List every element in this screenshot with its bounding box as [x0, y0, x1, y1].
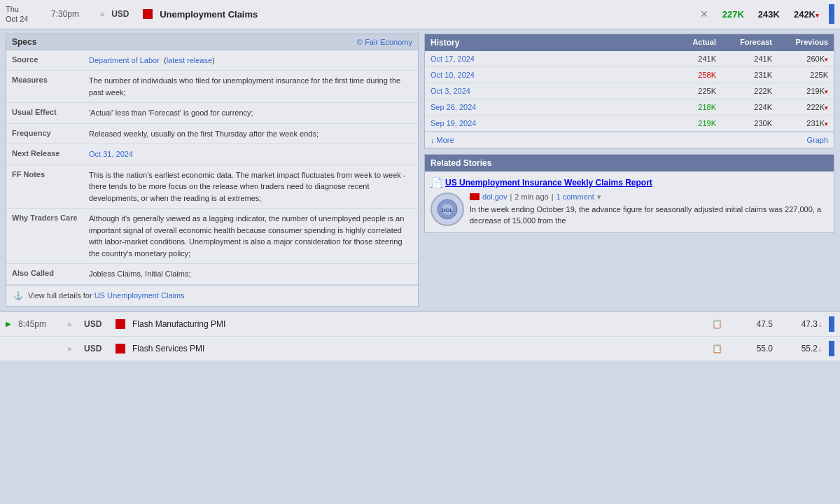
bottom-row-0: ▶ 8:45pm » USD Flash Manufacturing PMI 📋…: [0, 312, 840, 337]
right-bar-0: [829, 316, 834, 332]
history-date-link-1[interactable]: Oct 10, 2024: [430, 71, 475, 79]
history-row-2: Oct 3, 2024 225K 222K 219K▾: [425, 83, 834, 99]
prev-down-icon-3: ▾: [825, 104, 828, 111]
impact-indicator-1: [115, 344, 125, 354]
bottom-arrow-1: »: [67, 344, 77, 353]
history-panel: History Actual Forecast Previous Oct 17,…: [424, 34, 834, 148]
history-actual-3: 218K: [660, 103, 716, 111]
forecast-value: 243K: [758, 9, 780, 20]
right-accent-bar: [829, 4, 834, 24]
main-content: Specs © Fair Economy Source Department o…: [0, 29, 840, 311]
specs-title: Specs: [12, 37, 36, 47]
history-title: History: [430, 38, 660, 48]
graph-link[interactable]: Graph: [806, 136, 828, 144]
right-panel: History Actual Forecast Previous Oct 17,…: [424, 34, 834, 307]
anchor-icon: ⚓: [13, 291, 23, 300]
val3-arrow-1: ↓: [818, 345, 822, 353]
specs-row-source: Source Department of Labor (latest relea…: [6, 50, 418, 71]
impact-indicator: [143, 9, 153, 19]
history-previous-4: 231K▾: [772, 119, 828, 127]
specs-label-next-release: Next Release: [12, 148, 89, 158]
calendar-icon-0: 📋: [710, 319, 724, 329]
history-row-0: Oct 17, 2024 241K 241K 260K▾: [425, 51, 834, 67]
history-row-1: Oct 10, 2024 258K 231K 225K: [425, 67, 834, 83]
previous-value: 242K▾: [794, 9, 819, 20]
bottom-events: ▶ 8:45pm » USD Flash Manufacturing PMI 📋…: [0, 311, 840, 361]
article-title-link[interactable]: US Unemployment Insurance Weekly Claims …: [445, 178, 652, 188]
svg-text:DOL: DOL: [442, 207, 454, 214]
history-previous-header: Previous: [772, 38, 828, 48]
history-actual-0: 241K: [660, 55, 716, 63]
comment-link[interactable]: 1 comment: [556, 192, 594, 201]
event-date: Thu Oct 24: [6, 4, 44, 24]
specs-row-also-called: Also Called Jobless Claims, Initial Clai…: [6, 264, 418, 285]
bottom-arrow-0: »: [67, 320, 77, 328]
source-link[interactable]: Department of Labor: [89, 56, 160, 64]
specs-label-frequency: Frequency: [12, 128, 89, 137]
specs-value-frequency: Released weekly, usually on the first Th…: [89, 128, 412, 140]
history-row-4: Sep 19, 2024 219K 230K 231K▾: [425, 115, 834, 132]
specs-label-source: Source: [12, 55, 89, 64]
specs-label-why-traders-care: Why Traders Care: [12, 213, 89, 222]
history-date-link-2[interactable]: Oct 3, 2024: [430, 87, 470, 95]
related-article-title[interactable]: 📄 US Unemployment Insurance Weekly Claim…: [430, 177, 828, 188]
specs-value-also-called: Jobless Claims, Initial Claims;: [89, 268, 412, 280]
related-header: Related Stories: [425, 155, 834, 172]
history-header: History Actual Forecast Previous: [425, 34, 834, 51]
event-header-row: Thu Oct 24 7:30pm » USD Unemployment Cla…: [0, 0, 840, 29]
specs-label-usual-effect: Usual Effect: [12, 107, 89, 116]
specs-value-why-traders-care: Although it's generally viewed as a lagg…: [89, 213, 412, 259]
history-actual-2: 225K: [660, 87, 716, 95]
event-currency: USD: [111, 9, 136, 19]
history-footer: ↓ More Graph: [425, 132, 834, 148]
dol-logo-icon: DOL: [437, 199, 458, 220]
history-previous-2: 219K▾: [772, 87, 828, 95]
history-previous-3: 222K▾: [772, 103, 828, 111]
history-previous-0: 260K▾: [772, 55, 828, 63]
more-link[interactable]: ↓ More: [430, 136, 454, 144]
bottom-val3-0: 47.3↓: [780, 319, 822, 329]
specs-row-frequency: Frequency Released weekly, usually on th…: [6, 124, 418, 145]
expand-arrow-icon[interactable]: »: [100, 10, 104, 18]
bottom-row-1: ▶ » USD Flash Services PMI 📋 55.0 55.2↓: [0, 337, 840, 361]
specs-label-measures: Measures: [12, 75, 89, 84]
history-forecast-3: 224K: [716, 103, 772, 111]
next-release-link[interactable]: Oct 31, 2024: [89, 150, 133, 158]
history-forecast-1: 231K: [716, 71, 772, 79]
close-icon[interactable]: ✕: [700, 8, 708, 20]
view-full-link[interactable]: US Unemployment Claims: [94, 291, 185, 300]
history-forecast-2: 222K: [716, 87, 772, 95]
document-icon: 📄: [430, 177, 442, 188]
actual-value: 227K: [722, 9, 744, 20]
bottom-currency-1: USD: [84, 344, 108, 354]
prev-arrow-icon: ▾: [816, 12, 819, 19]
bottom-val3-1: 55.2↓: [780, 344, 822, 354]
source-link[interactable]: dol.gov: [482, 192, 507, 201]
history-date-link-0[interactable]: Oct 17, 2024: [430, 55, 475, 63]
related-body: DOL dol.gov | 2 min ago | 1 comment ▾: [430, 192, 828, 227]
history-date-link-4[interactable]: Sep 19, 2024: [430, 119, 476, 127]
calendar-icon-1: 📋: [710, 344, 724, 354]
time-ago: 2 min ago: [514, 192, 548, 201]
related-content: 📄 US Unemployment Insurance Weekly Claim…: [425, 172, 834, 232]
history-date-link-3[interactable]: Sep 26, 2024: [430, 103, 476, 111]
prev-down-icon-4: ▾: [825, 120, 828, 127]
fair-economy-link[interactable]: © Fair Economy: [357, 38, 412, 46]
source-flag-icon: [470, 193, 479, 200]
history-row-3: Sep 26, 2024 218K 224K 222K▾: [425, 99, 834, 115]
specs-row-ff-notes: FF Notes This is the nation's earliest e…: [6, 165, 418, 209]
specs-row-usual-effect: Usual Effect 'Actual' less than 'Forecas…: [6, 103, 418, 124]
bottom-time-0: 8:45pm: [18, 319, 60, 329]
specs-row-next-release: Next Release Oct 31, 2024: [6, 144, 418, 165]
related-text-area: dol.gov | 2 min ago | 1 comment ▾ In the…: [470, 192, 828, 227]
specs-value-usual-effect: 'Actual' less than 'Forecast' is good fo…: [89, 107, 412, 119]
specs-label-also-called: Also Called: [12, 268, 89, 277]
history-actual-header: Actual: [660, 38, 716, 48]
related-panel: Related Stories 📄 US Unemployment Insura…: [424, 154, 834, 233]
specs-value-source: Department of Labor (latest release): [89, 55, 412, 66]
latest-release-link[interactable]: latest release: [167, 56, 212, 64]
history-actual-4: 219K: [660, 119, 716, 127]
right-bar-1: [829, 341, 834, 356]
specs-row-why-traders-care: Why Traders Care Although it's generally…: [6, 209, 418, 264]
specs-header: Specs © Fair Economy: [6, 34, 418, 50]
